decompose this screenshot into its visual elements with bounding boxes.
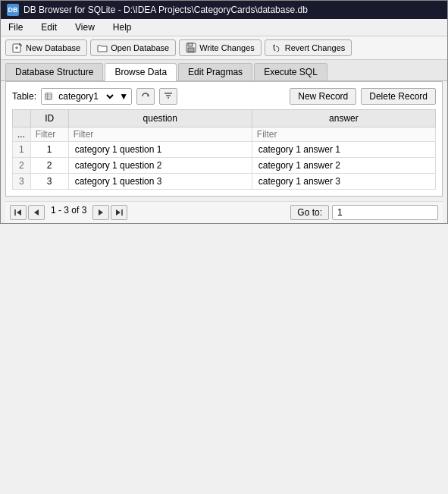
row-id-cell: 3 bbox=[30, 174, 68, 190]
row-question-cell: category 1 question 3 bbox=[68, 174, 252, 190]
filter-id-input[interactable] bbox=[36, 129, 64, 140]
write-changes-icon bbox=[186, 42, 196, 53]
new-db-icon bbox=[12, 42, 23, 53]
col-id: ID bbox=[30, 110, 68, 127]
menu-edit[interactable]: Edit bbox=[36, 20, 61, 34]
window-title: DB Browser for SQLite - D:\IDEA Projects… bbox=[23, 5, 308, 15]
row-id-cell: 1 bbox=[30, 142, 68, 158]
tab-execute-sql[interactable]: Execute SQL bbox=[254, 63, 327, 80]
new-database-label: New Database bbox=[26, 43, 80, 52]
first-page-button[interactable] bbox=[10, 205, 27, 220]
filter-id[interactable] bbox=[30, 127, 68, 142]
row-question-cell: category 1 question 1 bbox=[68, 142, 252, 158]
filter-row: ... bbox=[13, 127, 436, 142]
tabs: Database Structure Browse Data Edit Prag… bbox=[1, 60, 447, 81]
filter-question[interactable] bbox=[68, 127, 252, 142]
dropdown-arrow-icon: ▼ bbox=[119, 91, 128, 102]
row-id-cell: 2 bbox=[30, 158, 68, 174]
menu-help[interactable]: Help bbox=[108, 20, 136, 34]
content-area: Table: category1 ▼ bbox=[5, 81, 443, 197]
pagination: 1 - 3 of 3 Go to: bbox=[5, 201, 443, 223]
tab-database-structure[interactable]: Database Structure bbox=[5, 63, 103, 80]
row-num-cell: 2 bbox=[13, 158, 31, 174]
filter-rownum: ... bbox=[13, 127, 31, 142]
row-num-cell: 1 bbox=[13, 142, 31, 158]
col-question: question bbox=[68, 110, 252, 127]
open-database-button[interactable]: Open Database bbox=[90, 39, 176, 56]
ellipsis: ... bbox=[17, 129, 25, 140]
toolbar: New Database Open Database Write Changes bbox=[1, 36, 447, 60]
tab-browse-data[interactable]: Browse Data bbox=[105, 63, 177, 81]
page-info: 1 - 3 of 3 bbox=[51, 205, 86, 220]
tab-edit-pragmas[interactable]: Edit Pragmas bbox=[178, 63, 252, 80]
table-row[interactable]: 1 1 category 1 question 1 category 1 ans… bbox=[13, 142, 436, 158]
new-record-button[interactable]: New Record bbox=[290, 88, 356, 105]
refresh-button[interactable] bbox=[136, 88, 155, 105]
table-selector[interactable]: category1 ▼ bbox=[41, 88, 132, 105]
goto-section: Go to: bbox=[290, 205, 438, 220]
goto-input[interactable] bbox=[332, 205, 438, 220]
table-label: Table: bbox=[12, 91, 36, 102]
next-page-button[interactable] bbox=[92, 205, 109, 220]
menu-view[interactable]: View bbox=[70, 20, 99, 34]
goto-button[interactable]: Go to: bbox=[290, 205, 329, 220]
filter-answer-input[interactable] bbox=[257, 129, 431, 140]
col-rownum bbox=[13, 110, 31, 127]
revert-changes-button[interactable]: Revert Changes bbox=[265, 39, 352, 56]
prev-page-icon bbox=[33, 209, 40, 216]
open-db-icon bbox=[97, 42, 108, 53]
nav-buttons: 1 - 3 of 3 bbox=[10, 205, 127, 220]
main-window: DB DB Browser for SQLite - D:\IDEA Proje… bbox=[0, 0, 448, 224]
delete-record-button[interactable]: Delete Record bbox=[361, 88, 436, 105]
filter-answer[interactable] bbox=[252, 127, 435, 142]
last-page-icon bbox=[115, 209, 123, 216]
table-body: 1 1 category 1 question 1 category 1 ans… bbox=[13, 142, 436, 190]
open-database-label: Open Database bbox=[111, 43, 169, 52]
write-changes-label: Write Changes bbox=[199, 43, 255, 52]
title-bar: DB DB Browser for SQLite - D:\IDEA Proje… bbox=[1, 1, 447, 19]
table-header-row: ID question answer bbox=[13, 110, 436, 127]
write-changes-button[interactable]: Write Changes bbox=[179, 39, 262, 56]
filter-button[interactable] bbox=[159, 88, 177, 105]
menu-file[interactable]: File bbox=[4, 20, 27, 34]
filter-question-input[interactable] bbox=[74, 129, 247, 140]
app-icon: DB bbox=[7, 4, 19, 16]
prev-page-button[interactable] bbox=[28, 205, 45, 220]
table-select-dropdown[interactable]: category1 bbox=[55, 90, 116, 102]
revert-changes-icon bbox=[271, 42, 282, 53]
data-table: ID question answer ... bbox=[12, 109, 436, 190]
row-answer-cell: category 1 answer 3 bbox=[252, 174, 435, 190]
last-page-button[interactable] bbox=[111, 205, 127, 220]
row-question-cell: category 1 question 2 bbox=[68, 158, 252, 174]
table-row[interactable]: 3 3 category 1 question 3 category 1 ans… bbox=[13, 174, 436, 190]
first-page-icon bbox=[14, 209, 22, 216]
row-answer-cell: category 1 answer 1 bbox=[252, 142, 435, 158]
col-answer: answer bbox=[252, 110, 435, 127]
revert-changes-label: Revert Changes bbox=[285, 43, 346, 52]
svg-rect-7 bbox=[188, 48, 194, 52]
table-icon bbox=[45, 91, 52, 102]
row-answer-cell: category 1 answer 2 bbox=[252, 158, 435, 174]
table-row[interactable]: 2 2 category 1 question 2 category 1 ans… bbox=[13, 158, 436, 174]
next-page-icon bbox=[97, 209, 105, 216]
svg-rect-6 bbox=[188, 43, 193, 46]
menu-bar: File Edit View Help bbox=[1, 19, 447, 36]
new-database-button[interactable]: New Database bbox=[5, 39, 87, 56]
table-toolbar: Table: category1 ▼ bbox=[12, 88, 436, 105]
row-num-cell: 3 bbox=[13, 174, 31, 190]
